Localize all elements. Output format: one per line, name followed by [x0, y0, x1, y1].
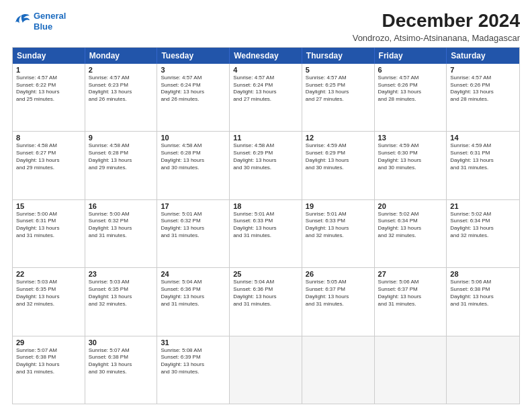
day-info: Sunset: 6:29 PM: [306, 150, 371, 157]
day-info: Sunrise: 5:02 AM: [450, 211, 516, 218]
day-info: and 30 minutes.: [306, 165, 371, 172]
day-info: and 28 minutes.: [378, 96, 443, 103]
day-info: Sunset: 6:36 PM: [161, 286, 226, 293]
day-info: Daylight: 13 hours: [233, 157, 298, 165]
day-info: Sunrise: 4:57 AM: [16, 75, 81, 82]
day-info: Sunset: 6:23 PM: [89, 82, 154, 89]
day-info: Sunset: 6:38 PM: [89, 354, 154, 361]
day-info: Sunrise: 4:57 AM: [233, 75, 298, 82]
day-info: Daylight: 13 hours: [233, 89, 298, 96]
day-info: Sunset: 6:38 PM: [450, 286, 516, 293]
day-info: and 30 minutes.: [89, 369, 154, 376]
header-day-tuesday: Tuesday: [157, 48, 230, 64]
day-info: Sunset: 6:27 PM: [16, 150, 81, 157]
day-info: Sunset: 6:29 PM: [233, 150, 298, 157]
day-info: Sunset: 6:26 PM: [378, 82, 443, 89]
day-cell-20: 20Sunrise: 5:02 AMSunset: 6:34 PMDayligh…: [375, 200, 447, 267]
empty-cell: [447, 336, 519, 404]
day-cell-24: 24Sunrise: 5:04 AMSunset: 6:36 PMDayligh…: [157, 268, 230, 335]
day-info: Sunrise: 5:08 AM: [161, 347, 226, 355]
day-number: 27: [378, 270, 443, 278]
day-number: 28: [450, 270, 516, 278]
day-cell-1: 1Sunrise: 4:57 AMSunset: 6:22 PMDaylight…: [13, 64, 85, 131]
day-number: 20: [378, 202, 443, 210]
day-info: Sunrise: 5:05 AM: [306, 279, 371, 286]
day-number: 10: [161, 134, 226, 142]
day-number: 16: [89, 202, 154, 210]
day-info: Sunrise: 5:02 AM: [378, 211, 443, 218]
calendar-body: 1Sunrise: 4:57 AMSunset: 6:22 PMDaylight…: [13, 64, 519, 404]
day-info: and 31 minutes.: [161, 301, 226, 308]
day-info: and 31 minutes.: [233, 232, 298, 240]
day-cell-18: 18Sunrise: 5:01 AMSunset: 6:33 PMDayligh…: [230, 200, 302, 267]
day-info: Sunrise: 4:58 AM: [233, 142, 298, 150]
header-day-wednesday: Wednesday: [230, 48, 302, 64]
day-info: Daylight: 13 hours: [89, 361, 154, 369]
calendar-week-2: 8Sunrise: 4:58 AMSunset: 6:27 PMDaylight…: [13, 131, 519, 199]
day-info: Sunset: 6:33 PM: [233, 218, 298, 225]
day-info: Daylight: 13 hours: [161, 157, 226, 165]
day-info: Sunrise: 5:04 AM: [161, 279, 226, 286]
day-number: 29: [16, 338, 81, 347]
day-number: 15: [16, 202, 81, 210]
page: General Blue December 2024 Vondrozo, Ats…: [0, 0, 532, 411]
day-cell-14: 14Sunrise: 4:59 AMSunset: 6:31 PMDayligh…: [447, 132, 519, 199]
day-info: Daylight: 13 hours: [306, 225, 371, 232]
day-info: Daylight: 13 hours: [450, 89, 516, 96]
day-info: Daylight: 13 hours: [161, 361, 226, 369]
day-number: 19: [306, 202, 371, 210]
day-number: 26: [306, 270, 371, 278]
day-info: and 32 minutes.: [306, 232, 371, 240]
day-cell-22: 22Sunrise: 5:03 AMSunset: 6:35 PMDayligh…: [13, 268, 85, 335]
day-number: 22: [16, 270, 81, 278]
day-info: and 27 minutes.: [306, 96, 371, 103]
title-block: December 2024 Vondrozo, Atsimo-Atsinanan…: [353, 11, 520, 43]
day-number: 9: [89, 134, 154, 142]
day-cell-8: 8Sunrise: 4:58 AMSunset: 6:27 PMDaylight…: [13, 132, 85, 199]
day-cell-15: 15Sunrise: 5:00 AMSunset: 6:31 PMDayligh…: [13, 200, 85, 267]
day-info: and 31 minutes.: [89, 232, 154, 240]
header-day-saturday: Saturday: [447, 48, 519, 64]
day-info: Sunrise: 4:57 AM: [161, 75, 226, 82]
day-cell-21: 21Sunrise: 5:02 AMSunset: 6:34 PMDayligh…: [447, 200, 519, 267]
calendar-week-1: 1Sunrise: 4:57 AMSunset: 6:22 PMDaylight…: [13, 64, 519, 131]
day-cell-17: 17Sunrise: 5:01 AMSunset: 6:32 PMDayligh…: [157, 200, 230, 267]
day-number: 17: [161, 202, 226, 210]
day-info: Daylight: 13 hours: [378, 225, 443, 232]
day-info: and 30 minutes.: [233, 165, 298, 172]
day-info: and 25 minutes.: [16, 96, 81, 103]
day-cell-16: 16Sunrise: 5:00 AMSunset: 6:32 PMDayligh…: [85, 200, 158, 267]
day-cell-13: 13Sunrise: 4:59 AMSunset: 6:30 PMDayligh…: [375, 132, 447, 199]
day-cell-30: 30Sunrise: 5:07 AMSunset: 6:38 PMDayligh…: [85, 336, 158, 404]
day-cell-31: 31Sunrise: 5:08 AMSunset: 6:39 PMDayligh…: [157, 336, 230, 404]
header-day-sunday: Sunday: [13, 48, 85, 64]
day-info: Sunset: 6:31 PM: [450, 150, 516, 157]
day-info: and 29 minutes.: [16, 165, 81, 172]
day-cell-11: 11Sunrise: 4:58 AMSunset: 6:29 PMDayligh…: [230, 132, 302, 199]
day-cell-25: 25Sunrise: 5:04 AMSunset: 6:36 PMDayligh…: [230, 268, 302, 335]
day-info: and 31 minutes.: [450, 301, 516, 308]
day-info: Sunset: 6:32 PM: [161, 218, 226, 225]
day-info: Sunset: 6:25 PM: [306, 82, 371, 89]
day-info: and 30 minutes.: [378, 165, 443, 172]
calendar-week-4: 22Sunrise: 5:03 AMSunset: 6:35 PMDayligh…: [13, 267, 519, 335]
logo-text: General Blue: [34, 11, 66, 32]
day-number: 7: [450, 66, 516, 74]
day-info: Daylight: 13 hours: [233, 293, 298, 301]
day-info: Sunrise: 4:59 AM: [378, 142, 443, 150]
header: General Blue December 2024 Vondrozo, Ats…: [12, 11, 520, 43]
logo-line2: Blue: [34, 21, 52, 32]
calendar-week-3: 15Sunrise: 5:00 AMSunset: 6:31 PMDayligh…: [13, 199, 519, 267]
logo-line1: General: [34, 11, 66, 21]
day-info: and 31 minutes.: [16, 232, 81, 240]
day-info: and 30 minutes.: [161, 165, 226, 172]
day-number: 25: [233, 270, 298, 278]
day-info: Sunset: 6:34 PM: [378, 218, 443, 225]
day-number: 6: [378, 66, 443, 74]
day-info: Sunrise: 4:58 AM: [89, 142, 154, 150]
day-info: Daylight: 13 hours: [450, 293, 516, 301]
logo-icon: [12, 12, 31, 31]
day-cell-27: 27Sunrise: 5:06 AMSunset: 6:37 PMDayligh…: [375, 268, 447, 335]
header-day-monday: Monday: [85, 48, 158, 64]
main-title: December 2024: [353, 11, 520, 32]
